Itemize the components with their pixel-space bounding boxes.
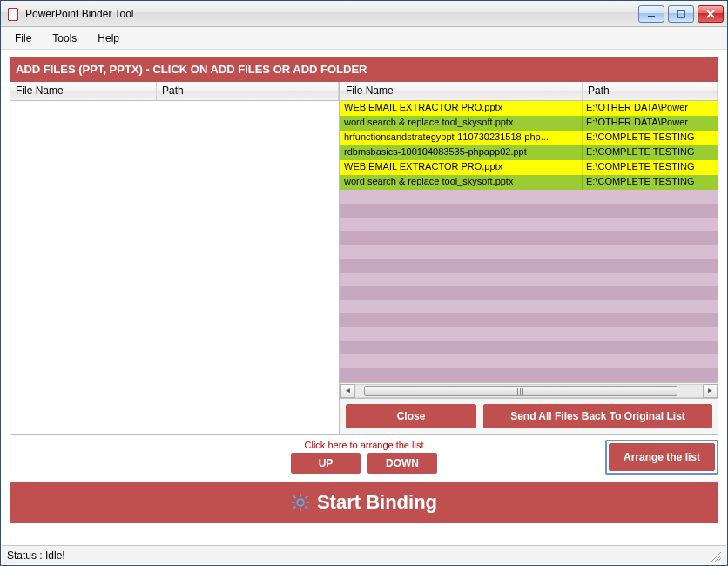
- section-header: ADD FILES (PPT, PPTX) - CLICK ON ADD FIL…: [10, 57, 718, 82]
- left-col-filename[interactable]: File Name: [10, 82, 157, 100]
- table-row[interactable]: word search & replace tool_skysoft.pptxE…: [340, 175, 718, 190]
- arrange-center: Click here to arrange the list UP DOWN: [291, 440, 437, 474]
- window-controls: [638, 5, 724, 23]
- right-grid-body[interactable]: WEB EMAIL EXTRACTOR PRO.pptxE:\OTHER DAT…: [340, 101, 718, 382]
- svg-rect-5: [292, 502, 295, 503]
- arrange-hint: Click here to arrange the list: [291, 440, 437, 450]
- empty-row: [340, 327, 718, 341]
- cell-filename: hrfunctionsandstrategyppt-110730231518-p…: [340, 131, 583, 145]
- empty-row: [340, 313, 718, 327]
- svg-rect-7: [293, 495, 296, 499]
- table-row[interactable]: rdbmsbasics-100104083535-phpapp02.pptE:\…: [340, 145, 718, 160]
- table-row[interactable]: word search & replace tool_skysoft.pptxE…: [340, 116, 718, 131]
- svg-rect-0: [648, 16, 655, 17]
- close-button[interactable]: Close: [346, 404, 476, 428]
- empty-row: [340, 273, 718, 286]
- table-row[interactable]: hrfunctionsandstrategyppt-110730231518-p…: [340, 131, 718, 145]
- status-text: Status : Idle!: [7, 549, 65, 562]
- empty-row: [340, 354, 718, 368]
- statusbar: Status : Idle!: [2, 545, 726, 564]
- menubar: File Tools Help: [1, 27, 727, 50]
- empty-row: [340, 218, 718, 232]
- left-grid: File Name Path: [10, 82, 340, 434]
- menu-tools[interactable]: Tools: [42, 29, 87, 48]
- right-grid-footer: Close Send All Files Back To Original Li…: [340, 398, 718, 434]
- scroll-left-arrow[interactable]: ◄: [340, 384, 355, 398]
- cell-filename: WEB EMAIL EXTRACTOR PRO.pptx: [340, 160, 583, 175]
- table-row[interactable]: WEB EMAIL EXTRACTOR PRO.pptxE:\COMPLETE …: [340, 160, 718, 175]
- cell-filename: WEB EMAIL EXTRACTOR PRO.pptx: [340, 101, 583, 116]
- horizontal-scrollbar[interactable]: ◄ ►: [340, 382, 718, 398]
- send-back-button[interactable]: Send All Files Back To Original List: [483, 404, 712, 428]
- svg-rect-9: [293, 506, 296, 509]
- cell-path: E:\COMPLETE TESTING: [583, 175, 718, 190]
- right-col-filename[interactable]: File Name: [340, 82, 583, 100]
- arrange-highlight: Arrange the list: [605, 440, 718, 475]
- down-button[interactable]: DOWN: [367, 453, 437, 474]
- menu-file[interactable]: File: [4, 29, 42, 48]
- cell-path: E:\COMPLETE TESTING: [583, 145, 718, 160]
- content-area: ADD FILES (PPT, PPTX) - CLICK ON ADD FIL…: [1, 50, 727, 527]
- empty-row: [340, 300, 718, 313]
- svg-rect-3: [300, 494, 301, 497]
- titlebar: PowerPoint Binder Tool: [1, 1, 727, 27]
- svg-rect-6: [306, 502, 309, 503]
- left-grid-body[interactable]: [10, 101, 339, 434]
- up-button[interactable]: UP: [291, 453, 361, 474]
- scroll-thumb[interactable]: [364, 386, 677, 396]
- close-window-button[interactable]: [698, 5, 724, 23]
- empty-row: [340, 204, 718, 218]
- left-col-path[interactable]: Path: [157, 82, 339, 100]
- right-col-path[interactable]: Path: [583, 82, 718, 100]
- svg-rect-4: [300, 508, 301, 511]
- resize-grip[interactable]: [709, 549, 721, 562]
- empty-row: [340, 286, 718, 300]
- svg-point-2: [297, 499, 304, 506]
- cell-path: E:\COMPLETE TESTING: [583, 131, 718, 145]
- cell-filename: rdbmsbasics-100104083535-phpapp02.ppt: [340, 145, 583, 160]
- empty-row: [340, 259, 718, 273]
- empty-row: [340, 341, 718, 355]
- scroll-right-arrow[interactable]: ►: [703, 384, 718, 398]
- arrange-row: Click here to arrange the list UP DOWN A…: [10, 440, 718, 475]
- minimize-button[interactable]: [638, 5, 664, 23]
- cell-path: E:\OTHER DATA\Power: [583, 116, 718, 131]
- cell-path: E:\COMPLETE TESTING: [583, 160, 718, 175]
- start-binding-button[interactable]: Start Binding: [10, 482, 718, 523]
- empty-row: [340, 231, 718, 245]
- window-title: PowerPoint Binder Tool: [25, 8, 638, 20]
- arrange-button[interactable]: Arrange the list: [609, 443, 715, 471]
- empty-row: [340, 245, 718, 259]
- cell-path: E:\OTHER DATA\Power: [583, 101, 718, 116]
- menu-help[interactable]: Help: [87, 29, 130, 48]
- left-grid-header: File Name Path: [10, 82, 339, 101]
- start-binding-label: Start Binding: [317, 491, 437, 514]
- maximize-button[interactable]: [668, 5, 694, 23]
- gear-icon: [291, 493, 310, 512]
- grids-container: File Name Path File Name Path WEB EMAIL …: [10, 82, 718, 435]
- svg-rect-1: [677, 10, 684, 17]
- scroll-track[interactable]: [355, 384, 703, 398]
- table-row[interactable]: WEB EMAIL EXTRACTOR PRO.pptxE:\OTHER DAT…: [340, 101, 718, 116]
- cell-filename: word search & replace tool_skysoft.pptx: [340, 175, 583, 190]
- svg-rect-10: [305, 495, 308, 499]
- cell-filename: word search & replace tool_skysoft.pptx: [340, 116, 583, 131]
- svg-rect-8: [305, 506, 308, 509]
- empty-row: [340, 368, 718, 382]
- right-grid: File Name Path WEB EMAIL EXTRACTOR PRO.p…: [340, 82, 718, 434]
- app-icon: [6, 7, 20, 21]
- right-grid-header: File Name Path: [340, 82, 718, 101]
- empty-row: [340, 190, 718, 204]
